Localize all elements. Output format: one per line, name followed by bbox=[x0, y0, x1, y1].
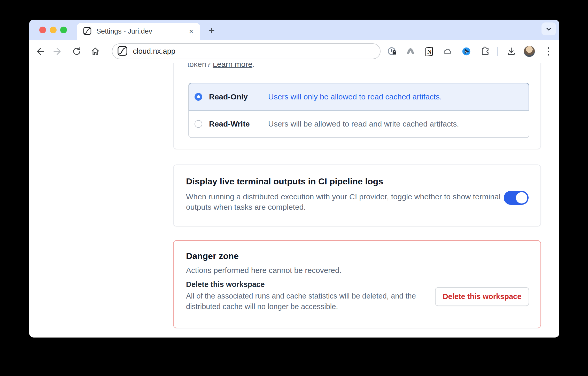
kebab-dot bbox=[548, 51, 549, 52]
radio-option-description: Users will be allowed to read and write … bbox=[268, 120, 459, 128]
address-bar[interactable]: cloud.nx.app bbox=[112, 43, 381, 59]
radio-option-read-write[interactable]: Read-Write Users will be allowed to read… bbox=[189, 110, 529, 137]
radio-option-read-only[interactable]: Read-Only Users will only be allowed to … bbox=[189, 83, 529, 110]
onepassword-icon[interactable] bbox=[387, 47, 397, 56]
close-tab-icon[interactable]: × bbox=[187, 28, 195, 35]
toggle-knob bbox=[516, 192, 527, 203]
terminal-outputs-toggle[interactable] bbox=[504, 191, 529, 205]
tab-title: Settings - Juri.dev bbox=[96, 27, 187, 35]
reload-button[interactable] bbox=[72, 46, 82, 57]
reload-icon bbox=[72, 47, 81, 56]
back-arrow-icon bbox=[35, 47, 44, 56]
token-help-suffix: . bbox=[252, 63, 254, 68]
download-icon bbox=[507, 46, 516, 57]
radio-option-description: Users will only be allowed to read cache… bbox=[268, 92, 442, 101]
profile-avatar[interactable] bbox=[524, 46, 535, 57]
vpn-mountain-icon[interactable] bbox=[406, 47, 415, 56]
page-content: token? Learn more. Read-Only Users will … bbox=[29, 63, 559, 337]
terminal-card-description: When running a distributed execution wit… bbox=[186, 192, 506, 212]
token-help-prefix: token? bbox=[187, 63, 213, 68]
browser-window: Settings - Juri.dev × + bbox=[29, 20, 559, 338]
desktop-background: Settings - Juri.dev × + bbox=[0, 0, 588, 376]
extension-icons: N IQ bbox=[387, 47, 490, 56]
terminal-card-title: Display live terminal outputs in CI pipe… bbox=[186, 176, 528, 186]
chevron-down-icon bbox=[545, 26, 552, 32]
kebab-dot bbox=[548, 47, 549, 49]
browser-menu-button[interactable] bbox=[544, 47, 553, 56]
toolbar-divider bbox=[497, 47, 498, 56]
svg-text:IQ: IQ bbox=[465, 50, 468, 53]
new-tab-button[interactable]: + bbox=[206, 25, 217, 36]
access-control-card: token? Learn more. Read-Only Users will … bbox=[173, 63, 541, 149]
radio-option-label: Read-Only bbox=[209, 92, 268, 101]
url-text: cloud.nx.app bbox=[133, 47, 175, 56]
radio-selected-icon[interactable] bbox=[195, 93, 202, 101]
extensions-puzzle-icon[interactable] bbox=[480, 47, 490, 56]
forward-button[interactable] bbox=[53, 46, 63, 57]
minimize-window-button[interactable] bbox=[50, 27, 57, 33]
fullscreen-window-button[interactable] bbox=[60, 27, 67, 33]
cloud-sync-icon[interactable] bbox=[443, 47, 452, 56]
home-button[interactable] bbox=[90, 46, 100, 57]
downloads-button[interactable] bbox=[507, 47, 516, 56]
browser-toolbar: cloud.nx.app bbox=[29, 40, 559, 63]
forward-arrow-icon bbox=[53, 47, 63, 56]
iq-player-icon[interactable]: IQ bbox=[462, 47, 471, 56]
tab-settings[interactable]: Settings - Juri.dev × bbox=[77, 23, 200, 40]
back-button[interactable] bbox=[34, 46, 45, 57]
danger-zone-card: Danger zone Actions performed here canno… bbox=[173, 240, 541, 328]
home-icon bbox=[91, 47, 100, 56]
access-mode-radio-group: Read-Only Users will only be allowed to … bbox=[188, 83, 529, 138]
delete-workspace-description: All of the associated runs and cache sta… bbox=[186, 291, 420, 312]
site-nx-icon bbox=[117, 45, 128, 57]
danger-zone-subtitle: Actions performed here cannot be recover… bbox=[186, 265, 528, 276]
radio-unselected-icon[interactable] bbox=[195, 120, 202, 128]
kebab-dot bbox=[548, 54, 549, 56]
svg-text:N: N bbox=[427, 49, 431, 55]
tab-strip: Settings - Juri.dev × + bbox=[29, 20, 559, 40]
notion-icon[interactable]: N bbox=[424, 47, 434, 56]
tab-favicon-nx-icon bbox=[83, 27, 92, 36]
danger-zone-title: Danger zone bbox=[186, 251, 528, 261]
terminal-outputs-card: Display live terminal outputs in CI pipe… bbox=[173, 165, 541, 226]
delete-workspace-button[interactable]: Delete this workspace bbox=[435, 287, 529, 306]
tab-search-button[interactable] bbox=[541, 22, 556, 35]
learn-more-link[interactable]: Learn more bbox=[213, 63, 252, 68]
radio-option-label: Read-Write bbox=[209, 120, 268, 128]
token-help-text: token? Learn more. bbox=[187, 63, 254, 69]
close-window-button[interactable] bbox=[39, 27, 46, 33]
